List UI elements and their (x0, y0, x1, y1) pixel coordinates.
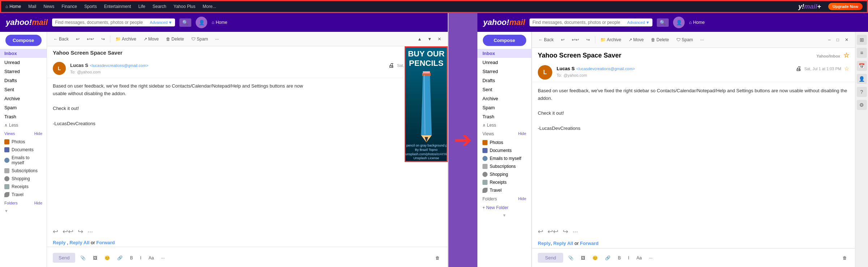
sidebar-item-drafts[interactable]: Drafts (0, 76, 47, 85)
view-item-photos[interactable]: Photos (0, 138, 47, 146)
rp-spam-button[interactable]: 🛡 Spam (674, 36, 695, 43)
rp-settings-icon[interactable]: ⚙ (857, 100, 867, 110)
rp-emoji-button[interactable]: 😊 (590, 254, 600, 262)
rp-italic-button[interactable]: I (626, 254, 631, 262)
right-advanced-link[interactable]: Advanced ▼ (627, 20, 650, 25)
italic-button[interactable]: I (138, 254, 143, 262)
image-button[interactable]: 🖼 (91, 254, 99, 262)
nav-sports[interactable]: Sports (84, 4, 97, 9)
rp-attach-button[interactable]: 📎 (566, 254, 576, 262)
rp-hide-views[interactable]: Hide (518, 131, 526, 136)
right-compose-button[interactable]: Compose (483, 35, 526, 46)
rp-less-button[interactable]: ∧ Less (477, 121, 531, 129)
rp-help-icon[interactable]: ? (857, 87, 867, 97)
move-button[interactable]: ↗ Move (141, 35, 161, 43)
rp-bold-button[interactable]: B (616, 254, 623, 262)
rp-image-button[interactable]: 🖼 (579, 254, 587, 262)
hide-folders-button[interactable]: Hide (34, 201, 42, 205)
reply-all-action-button[interactable]: ↩↩ (63, 228, 73, 236)
forward-action-button[interactable]: ↪ (78, 228, 83, 236)
nav-yahoo-plus[interactable]: Yahoo Plus (174, 4, 196, 9)
nav-life[interactable]: Life (138, 4, 145, 9)
reply-link[interactable]: Reply (53, 240, 65, 245)
close-button[interactable]: ✕ (435, 35, 443, 43)
rp-contact-icon[interactable]: 👤 (857, 74, 867, 84)
send-button[interactable]: Send (53, 253, 75, 263)
rp-calendar-icon[interactable]: 📅 (857, 61, 867, 71)
rp-reply-icon[interactable]: ↩ (559, 36, 567, 43)
sidebar-item-unread[interactable]: Unread (0, 58, 47, 67)
rp-sidebar-spam[interactable]: Spam (477, 103, 531, 112)
rp-reply-action[interactable]: ↩ (538, 228, 543, 236)
rp-view-shopping[interactable]: Shopping (477, 170, 531, 178)
rp-sidebar-trash[interactable]: Trash (477, 112, 531, 121)
nav-finance[interactable]: Finance (61, 4, 77, 9)
rp-view-documents[interactable]: Documents (477, 147, 531, 154)
right-avatar[interactable]: 👤 (673, 17, 685, 28)
view-item-travel[interactable]: Travel (0, 191, 47, 199)
left-search-box[interactable]: Advanced ▼ (52, 18, 175, 26)
rp-star-icon[interactable]: ☆ (843, 52, 849, 59)
reply-all-icon-button[interactable]: ↩↩ (85, 35, 96, 43)
link-button[interactable]: 🔗 (115, 254, 125, 262)
nav-more[interactable]: More... (203, 4, 216, 9)
left-compose-button[interactable]: Compose (5, 35, 42, 46)
more-button[interactable]: ··· (213, 35, 221, 43)
view-item-subscriptions[interactable]: Subscriptions (0, 167, 47, 175)
right-search-button[interactable]: 🔍 (657, 18, 669, 27)
hide-views-button[interactable]: Hide (34, 131, 42, 136)
rp-maximize-button[interactable]: □ (834, 36, 841, 43)
sidebar-item-sent[interactable]: Sent (0, 85, 47, 94)
back-button[interactable]: ← Back (51, 35, 71, 43)
right-search-box[interactable]: Advanced ▼ (529, 18, 652, 26)
rp-back-button[interactable]: ← Back (536, 36, 556, 43)
trash-reply-button[interactable]: 🗑 (433, 254, 442, 262)
rp-reply-all-link[interactable]: Reply All (553, 241, 573, 246)
left-advanced-link[interactable]: Advanced ▼ (150, 20, 172, 25)
rp-delete-button[interactable]: 🗑 Delete (649, 36, 671, 43)
down-button[interactable]: ▼ (425, 35, 434, 43)
up-button[interactable]: ▲ (415, 35, 424, 43)
bold-button[interactable]: B (128, 254, 135, 262)
delete-button[interactable]: 🗑 Delete (164, 35, 186, 43)
rp-list-icon[interactable]: ≡ (857, 48, 867, 58)
rp-move-button[interactable]: ↗ Move (626, 36, 646, 43)
rp-sidebar-archive[interactable]: Archive (477, 94, 531, 103)
rp-archive-button[interactable]: 📁 Archive (598, 36, 624, 43)
rp-trash-compose-button[interactable]: 🗑 (841, 254, 849, 262)
reply-all-link[interactable]: Reply All (69, 240, 89, 245)
nav-mail[interactable]: Mail (28, 4, 36, 9)
rp-reply-link[interactable]: Reply (538, 241, 550, 246)
emoji-button[interactable]: 😊 (102, 254, 112, 262)
rp-link-button[interactable]: 🔗 (603, 254, 613, 262)
format-button[interactable]: Aa (146, 254, 156, 262)
rp-format-button[interactable]: Aa (634, 254, 644, 262)
left-search-input[interactable] (55, 20, 148, 25)
more-action-button[interactable]: ··· (88, 228, 93, 236)
spam-button[interactable]: 🛡 Spam (189, 35, 210, 43)
upgrade-button[interactable]: Upgrade Now (828, 3, 863, 10)
nav-home[interactable]: ⌂ Home (5, 4, 21, 9)
rp-view-photos[interactable]: Photos (477, 139, 531, 147)
rp-sidebar-starred[interactable]: Starred (477, 67, 531, 76)
rp-sidebar-drafts[interactable]: Drafts (477, 76, 531, 85)
rp-more-action[interactable]: ··· (573, 228, 578, 236)
rp-reply-all-icon[interactable]: ↩↩ (570, 36, 581, 43)
rp-print-icon[interactable]: 🖨 (796, 65, 801, 72)
nav-news[interactable]: News (43, 4, 54, 9)
rp-sidebar-unread[interactable]: Unread (477, 58, 531, 67)
sidebar-item-starred[interactable]: Starred (0, 67, 47, 76)
print-icon[interactable]: 🖨 (388, 62, 394, 69)
attach-button[interactable]: 📎 (78, 254, 88, 262)
reply-action-button[interactable]: ↩ (53, 228, 58, 236)
sidebar-item-archive[interactable]: Archive (0, 94, 47, 103)
right-home-button[interactable]: ⌂ Home (689, 20, 705, 25)
rp-forward-action[interactable]: ↪ (563, 228, 568, 236)
sidebar-item-inbox[interactable]: Inbox (0, 49, 47, 58)
left-search-button[interactable]: 🔍 (179, 18, 191, 27)
rp-view-travel[interactable]: Travel (477, 186, 531, 194)
rp-sidebar-inbox[interactable]: Inbox (477, 49, 531, 58)
rp-view-receipts[interactable]: Receipts (477, 178, 531, 186)
view-item-emails-to-myself[interactable]: Emails to myself (0, 154, 47, 167)
rp-reply-all-action[interactable]: ↩↩ (548, 228, 558, 236)
